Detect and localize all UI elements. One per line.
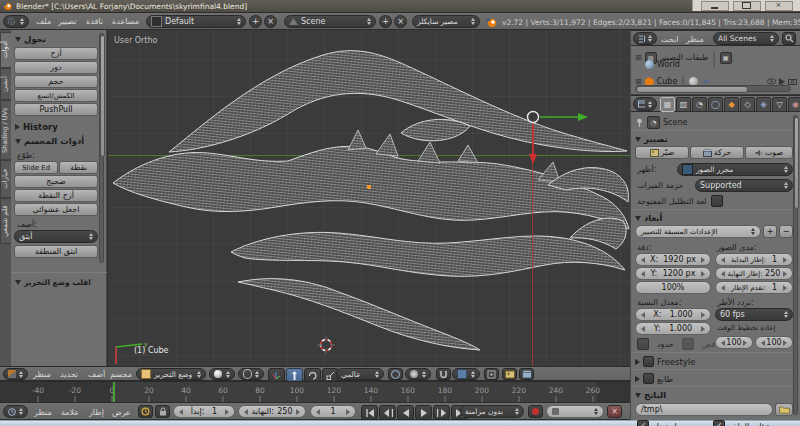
file-extensions-row[interactable]: ✓ هيئات الملف <box>713 420 771 426</box>
snap-toggle-button[interactable] <box>436 368 451 380</box>
timeline-editor-dropdown[interactable] <box>3 405 28 418</box>
outliner-editor-dropdown[interactable] <box>633 32 657 45</box>
render-engine-dropdown[interactable]: مصير سايكلز <box>412 15 480 28</box>
pivot-dropdown[interactable] <box>238 368 264 380</box>
proportional-edit-button[interactable] <box>388 368 403 380</box>
scene-close-button[interactable]: × <box>394 15 407 28</box>
edge-slide-button[interactable]: Slide Ed <box>14 161 58 174</box>
layout-dropdown[interactable]: Default <box>146 15 246 28</box>
tab-object-data[interactable]: ▽ <box>772 97 787 112</box>
translate-manipulator[interactable] <box>506 100 616 170</box>
current-frame-field[interactable]: 1 <box>310 405 356 418</box>
timeline-menu-frame[interactable]: إطار <box>89 408 104 417</box>
properties-editor-dropdown[interactable] <box>633 97 657 111</box>
osl-row[interactable]: لغة التظليل المفتوحة <box>637 195 723 207</box>
preset-add-button[interactable]: + <box>763 225 777 238</box>
panel-meshtools-header[interactable]: أدوات المجسم <box>15 136 84 146</box>
timeline-menu-marker[interactable]: علامة <box>61 408 79 417</box>
sync-dropdown[interactable]: بدون مزامنة <box>460 405 524 418</box>
shrink-fatten-button[interactable]: الكمش/اتسع <box>14 89 98 102</box>
scene-dropdown[interactable]: Scene <box>284 15 376 28</box>
manipulator-axes-button[interactable] <box>268 368 285 382</box>
play-button[interactable] <box>415 405 432 420</box>
overwrite-row[interactable]: ✓ إستبدل <box>637 420 677 426</box>
rotate-button[interactable]: دور <box>14 61 98 74</box>
tab-render[interactable]: ▦ <box>660 97 675 112</box>
push-pull-button[interactable]: PushPull <box>14 103 98 116</box>
tab-world[interactable]: ◯ <box>708 97 723 112</box>
stamp-checkbox[interactable] <box>643 373 654 384</box>
display-dropdown[interactable]: محرر الصور <box>677 163 793 176</box>
menu-render[interactable]: تصيير <box>58 17 76 26</box>
menu-file[interactable]: ملف <box>36 17 51 26</box>
crop-checkbox[interactable] <box>682 338 694 350</box>
manipulator-rotate-button[interactable] <box>304 368 321 382</box>
preset-remove-button[interactable]: − <box>779 225 793 238</box>
noise-button[interactable]: ضجيج <box>14 175 98 188</box>
viewport-3d[interactable]: User Ortho <box>107 30 630 366</box>
panel-dimensions-header[interactable]: أبعاد <box>635 213 662 223</box>
timeline-ruler[interactable]: -40 -20 0 20 40 60 80 100 120 140 160 18… <box>0 381 630 402</box>
lock-time-button[interactable] <box>155 405 170 418</box>
render-still-button[interactable]: صيّر <box>635 146 689 159</box>
editor-type-dropdown[interactable]: ⓘ <box>3 15 29 28</box>
render-audio-button[interactable]: صوت <box>745 146 793 159</box>
current-frame-marker[interactable] <box>113 382 115 402</box>
viewport-menu-add[interactable]: أضف <box>88 370 105 379</box>
panel-freestyle-header[interactable]: Freestyle <box>635 356 695 367</box>
vertex-slide-button[interactable]: أزح النقطة <box>14 189 98 202</box>
minimize-button[interactable] <box>701 1 729 11</box>
osl-checkbox[interactable] <box>711 195 723 207</box>
panel-history-header[interactable]: History <box>15 122 58 132</box>
frame-end-field[interactable]: إطار النهاية:250 <box>715 267 793 280</box>
menu-window[interactable]: نافذة <box>86 17 103 26</box>
auto-keyframe-button[interactable] <box>528 405 543 418</box>
aspect-x-field[interactable]: X:1.000 <box>635 308 711 321</box>
scene-add-button[interactable]: + <box>379 15 392 28</box>
panel-render-header[interactable]: تصيير <box>635 134 668 144</box>
viewport-menu-mesh[interactable]: مجسم <box>110 370 132 379</box>
scale-button[interactable]: حجم <box>14 75 98 88</box>
layout-close-button[interactable]: × <box>264 15 277 28</box>
tab-material[interactable]: ◉ <box>788 97 800 112</box>
viewport-menu-view[interactable]: منظر <box>33 370 51 379</box>
breadcrumb-scene[interactable]: Scene <box>663 118 687 127</box>
shading-dropdown[interactable] <box>209 368 235 380</box>
tab-render-layers[interactable]: ▨ <box>676 97 691 112</box>
tab-scene[interactable]: ◔ <box>692 97 707 112</box>
play-reverse-button[interactable] <box>397 405 414 420</box>
delete-keyframe-button[interactable]: × <box>607 405 622 418</box>
next-keyframe-button[interactable] <box>433 405 450 420</box>
resolution-y-field[interactable]: Y:1200 px <box>635 267 711 280</box>
maximize-button[interactable] <box>733 1 761 11</box>
panel-output-header[interactable]: الناتج <box>635 390 666 400</box>
extrude-menu-dropdown[interactable]: أبثق <box>14 230 98 243</box>
panel-transform-header[interactable]: تحول <box>15 34 46 44</box>
tab-constraints[interactable]: ◇ <box>740 97 755 112</box>
viewport-editor-dropdown[interactable] <box>3 368 28 380</box>
end-frame-field[interactable]: النهاية: 250 <box>238 405 306 418</box>
viewport-menu-select[interactable]: تحديد <box>60 370 78 379</box>
translate-button[interactable]: أزح <box>14 47 98 60</box>
output-path-field[interactable]: /tmp\ <box>635 403 773 416</box>
timeline-menu-playback[interactable]: عرض <box>112 408 131 417</box>
close-button[interactable]: × <box>765 1 793 11</box>
snap-element-dropdown[interactable] <box>452 368 480 380</box>
freestyle-checkbox[interactable] <box>643 356 654 367</box>
panel-redo-header[interactable]: اقلب وضع التحرير <box>15 278 91 287</box>
outliner-hscrollbar[interactable] <box>635 85 791 92</box>
opengl-render-image-button[interactable] <box>502 368 517 380</box>
properties-scrollbar[interactable] <box>793 115 798 415</box>
use-preview-range-button[interactable] <box>138 405 153 418</box>
open-folder-button[interactable] <box>775 403 793 416</box>
menu-help[interactable]: مساعدة <box>112 17 139 26</box>
orientation-dropdown[interactable]: عالمي <box>336 368 384 380</box>
border-checkbox[interactable] <box>637 338 649 350</box>
jump-to-start-button[interactable] <box>361 405 378 420</box>
opengl-render-anim-button[interactable] <box>519 368 534 380</box>
randomize-button[interactable]: اجعل عشوائي <box>14 203 98 216</box>
layout-add-button[interactable]: + <box>249 15 262 28</box>
frame-start-field[interactable]: إطار البداية:1 <box>715 253 793 266</box>
snap-target-button[interactable] <box>484 368 499 380</box>
proportional-falloff-dropdown[interactable] <box>405 368 431 380</box>
